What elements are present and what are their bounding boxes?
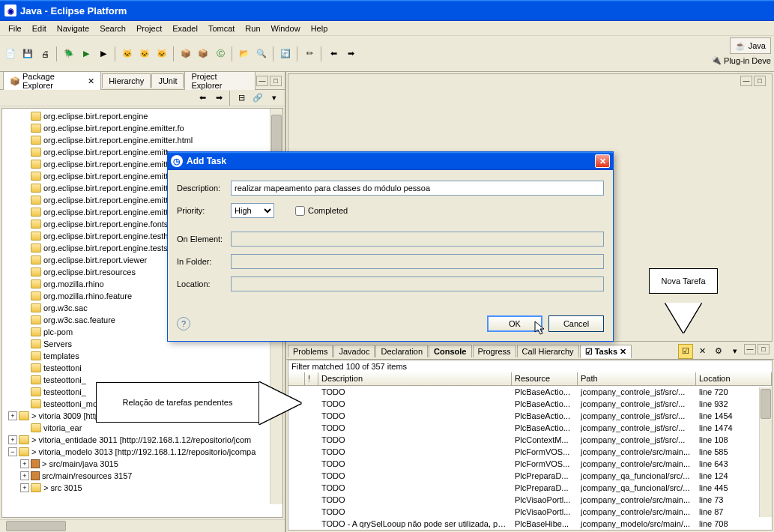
table-row[interactable]: TODOPlcBaseActio...jcompany_controle_jsf… [288,398,772,410]
tree-item[interactable]: org.eclipse.birt.report.engine.emitter.h… [4,134,281,146]
col-location[interactable]: Location [696,372,772,385]
maximize-icon[interactable]: □ [270,76,282,86]
back-nav-icon[interactable]: ⬅ [195,91,210,106]
description-input[interactable] [231,181,604,196]
help-icon[interactable]: ? [177,317,190,330]
filter-icon[interactable]: ⚙ [711,344,726,359]
tasks-maximize-icon[interactable]: □ [758,344,770,354]
table-row[interactable]: TODOPlcBaseActio...jcompany_controle_jsf… [288,422,772,434]
col-resource[interactable]: Resource [512,372,578,385]
fwd-nav-icon[interactable]: ➡ [211,91,226,106]
close-tab-icon[interactable]: ✕ [620,347,626,356]
tab-tasks[interactable]: ☑ Tasks ✕ [580,345,632,358]
col-priority[interactable]: ! [305,372,318,385]
search-icon[interactable]: 🔍 [254,46,269,61]
forward-icon[interactable]: ➡ [343,46,358,61]
menu-exadel[interactable]: Exadel [167,22,203,34]
menu-file[interactable]: File [3,22,27,34]
sync-icon[interactable]: 🔄 [278,46,293,61]
new-icon[interactable]: 📄 [3,46,18,61]
table-row[interactable]: TODOPlcFormVOS...jcompany_controle/src/m… [288,458,772,470]
run-icon[interactable]: ▶ [79,46,94,61]
new-package-icon[interactable]: 📦 [196,46,211,61]
tab-call-hierarchy[interactable]: Call Hierarchy [517,345,579,357]
close-tab-icon[interactable]: ✕ [88,76,94,86]
tree-item[interactable]: +> src/main/java 3015 [4,458,281,470]
tab-problems[interactable]: Problems [288,345,333,357]
tree-item[interactable]: testeottoni [4,362,281,374]
in-folder-input[interactable] [231,254,604,269]
expand-icon[interactable]: + [8,411,17,420]
tomcat-start-icon[interactable]: 🐱 [120,46,135,61]
tab-console[interactable]: Console [429,345,471,357]
tree-item[interactable]: +src/main/resources 3157 [4,470,281,482]
table-row[interactable]: TODO - A qrySelLooup não pode ser utiliz… [288,518,772,530]
menu-icon[interactable]: ▾ [728,344,743,359]
on-element-input[interactable] [231,232,604,247]
table-row[interactable]: TODOPlcBaseActio...jcompany_controle_jsf… [288,410,772,422]
collapse-icon[interactable]: ⊟ [234,91,249,106]
completed-checkbox[interactable] [295,206,305,216]
link-icon[interactable]: 🔗 [250,91,265,106]
tree-item[interactable]: org.eclipse.birt.report.engine.emitter.f… [4,122,281,134]
tab-hierarchy[interactable]: Hierarchy [102,73,151,88]
minimize-icon[interactable]: — [256,76,268,86]
new-task-icon[interactable]: ☑ [678,344,693,359]
menu-navigate[interactable]: Navigate [52,22,94,34]
tomcat-stop-icon[interactable]: 🐱 [137,46,152,61]
tab-progress[interactable]: Progress [473,345,516,357]
open-type-icon[interactable]: 📂 [237,46,252,61]
save-icon[interactable]: 💾 [20,46,35,61]
col-description[interactable]: Description [318,372,512,385]
tree-item[interactable]: +> src 3015 [4,482,281,494]
delete-task-icon[interactable]: ✕ [695,344,710,359]
menu-help[interactable]: Help [306,22,333,34]
location-input[interactable] [231,276,604,291]
tasks-table-body[interactable]: TODOPlcBaseActio...jcompany_controle_jsf… [288,386,772,530]
tomcat-restart-icon[interactable]: 🐱 [154,46,169,61]
menu-search[interactable]: Search [94,22,131,34]
tab-declaration[interactable]: Declaration [375,345,428,357]
back-icon[interactable]: ⬅ [326,46,341,61]
print-icon[interactable]: 🖨 [37,46,52,61]
perspective-plugin[interactable]: 🔌 Plug-in Deve [711,55,771,65]
table-row[interactable]: TODOPlcPreparaD...jcompany_qa_funcional/… [288,470,772,482]
new-project-icon[interactable]: 📦 [178,46,193,61]
run-ext-icon[interactable]: ▶ [96,46,111,61]
menu-dropdown-icon[interactable]: ▾ [267,91,282,106]
task-icon[interactable]: ✏ [302,46,317,61]
tasks-scrollbar[interactable] [759,387,772,517]
tab-junit[interactable]: JUnit [151,73,184,88]
tree-item[interactable]: +> vitoria_entidade 3011 [http://192.168… [4,434,281,446]
cancel-button[interactable]: Cancel [548,315,604,332]
horizontal-scrollbar[interactable] [0,519,285,532]
priority-select[interactable]: High [231,203,274,218]
menu-project[interactable]: Project [131,22,167,34]
tab-package-explorer[interactable]: 📦 Package Explorer ✕ [3,69,101,92]
tree-item[interactable]: org.eclipse.birt.report.engine [4,110,281,122]
expand-icon[interactable]: + [20,459,29,468]
expand-icon[interactable]: − [8,447,17,456]
menu-tomcat[interactable]: Tomcat [203,22,240,34]
tasks-minimize-icon[interactable]: — [744,344,756,354]
table-row[interactable]: TODOPlcBaseActio...jcompany_controle_jsf… [288,386,772,398]
tree-item[interactable]: −> vitoria_modelo 3013 [http://192.168.1… [4,446,281,458]
table-row[interactable]: TODOPlcContextM...jcompany_controle_jsf/… [288,434,772,446]
expand-icon[interactable]: + [20,483,29,492]
expand-icon[interactable]: + [20,471,29,480]
tab-javadoc[interactable]: Javadoc [333,345,375,357]
tab-project-explorer[interactable]: Project Explorer [184,69,256,92]
expand-icon[interactable]: + [8,435,17,444]
table-row[interactable]: TODOPlcPreparaD...jcompany_qa_funcional/… [288,482,772,494]
ok-button[interactable]: OK [487,315,542,332]
table-row[interactable]: TODOPlcVisaoPortl...jcompany_controle/sr… [288,494,772,506]
perspective-java[interactable]: ☕ Java [730,37,771,54]
table-row[interactable]: TODOPlcFormVOS...jcompany_controle/src/m… [288,446,772,458]
col-path[interactable]: Path [578,372,696,385]
tree-item[interactable]: templates [4,350,281,362]
debug-icon[interactable]: 🪲 [61,46,76,61]
table-row[interactable]: TODOPlcVisaoPortl...jcompany_controle/sr… [288,506,772,518]
menu-run[interactable]: Run [240,22,265,34]
new-class-icon[interactable]: Ⓒ [213,46,228,61]
menu-window[interactable]: Window [266,22,306,34]
